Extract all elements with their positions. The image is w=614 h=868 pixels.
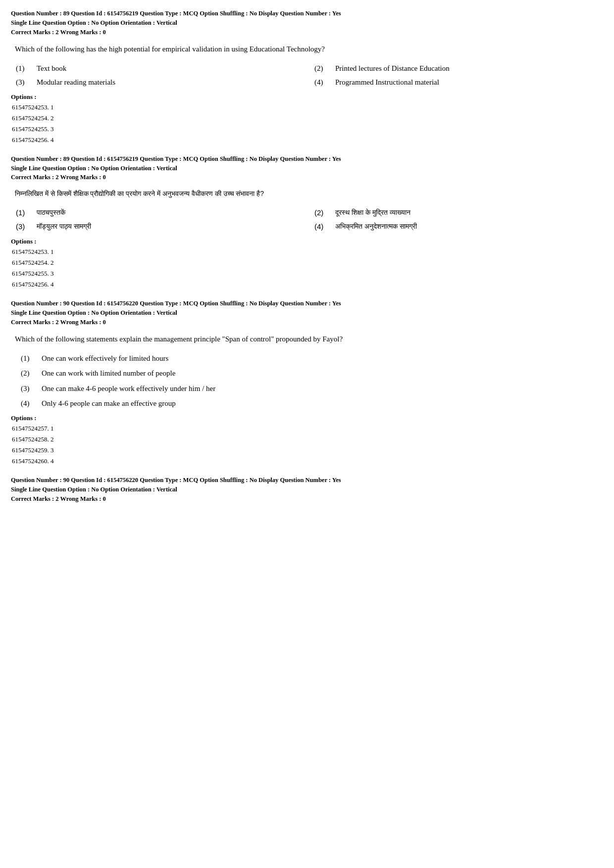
option-3-89hi: (3) मॉड्युलर पाठ्य सामग्री: [16, 221, 305, 233]
options-grid-89hi: (1) पाठचपुस्तकें (2) दूरस्थ शिक्षा के मु…: [16, 207, 603, 233]
option-2-89en: (2) Printed lectures of Distance Educati…: [314, 63, 603, 74]
question-meta-89hi: Question Number : 89 Question Id : 61547…: [11, 154, 603, 173]
question-90-en: Question Number : 90 Question Id : 61547…: [11, 299, 603, 467]
correct-marks-89en: Correct Marks : 2 Wrong Marks : 0: [11, 29, 603, 36]
options-label-89en: Options :: [11, 93, 603, 101]
option-2-90en: (2) One can work with limited number of …: [21, 368, 603, 379]
option-3-90en: (3) One can make 4-6 people work effecti…: [21, 383, 603, 394]
options-grid-89en: (1) Text book (2) Printed lectures of Di…: [16, 63, 603, 88]
question-meta-89en: Question Number : 89 Question Id : 61547…: [11, 9, 603, 28]
correct-marks-90en: Correct Marks : 2 Wrong Marks : 0: [11, 319, 603, 326]
answer-options-89en: 61547524253. 1 61547524254. 2 6154752425…: [12, 102, 603, 145]
option-4-89hi: (4) अभिक्रमित अनुदेशनात्मक सामग्री: [314, 221, 603, 233]
options-label-89hi: Options :: [11, 238, 603, 245]
question-text-90en: Which of the following statements explai…: [11, 331, 603, 347]
correct-marks-90hi: Correct Marks : 2 Wrong Marks : 0: [11, 495, 603, 503]
answer-options-90en: 61547524257. 1 61547524258. 2 6154752425…: [12, 423, 603, 467]
question-89-hi: Question Number : 89 Question Id : 61547…: [11, 154, 603, 290]
option-1-90en: (1) One can work effectively for limited…: [21, 353, 603, 364]
options-vertical-90en: (1) One can work effectively for limited…: [21, 353, 603, 409]
question-meta-90hi: Question Number : 90 Question Id : 61547…: [11, 476, 603, 494]
question-meta-90en: Question Number : 90 Question Id : 61547…: [11, 299, 603, 318]
question-text-89hi: निम्नलिखित में से किसमें शैक्षिक प्रौद्य…: [11, 186, 603, 201]
option-3-89en: (3) Modular reading materials: [16, 77, 305, 88]
correct-marks-89hi: Correct Marks : 2 Wrong Marks : 0: [11, 174, 603, 181]
option-1-89hi: (1) पाठचपुस्तकें: [16, 207, 305, 219]
options-label-90en: Options :: [11, 414, 603, 422]
option-4-89en: (4) Programmed Instructional material: [314, 77, 603, 88]
question-text-89en: Which of the following has the high pote…: [11, 41, 603, 57]
option-2-89hi: (2) दूरस्थ शिक्षा के मुद्रित व्याख्यान: [314, 207, 603, 219]
option-4-90en: (4) Only 4-6 people can make an effectiv…: [21, 398, 603, 409]
option-1-89en: (1) Text book: [16, 63, 305, 74]
question-89-en: Question Number : 89 Question Id : 61547…: [11, 9, 603, 145]
answer-options-89hi: 61547524253. 1 61547524254. 2 6154752425…: [12, 246, 603, 290]
question-90-hi: Question Number : 90 Question Id : 61547…: [11, 476, 603, 503]
